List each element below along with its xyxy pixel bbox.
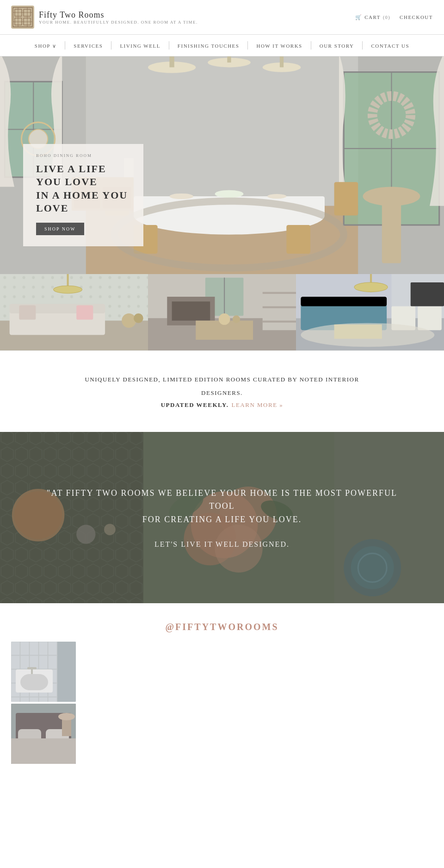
svg-rect-24: [169, 56, 174, 67]
svg-point-69: [219, 313, 230, 325]
quote-main-text: "AT FIFTY TWO ROOMS WE BELIEVE YOUR HOME…: [37, 487, 407, 526]
site-name: Fifty Two Rooms: [39, 10, 198, 20]
instagram-photo-1[interactable]: [11, 642, 76, 702]
thumbnail-3[interactable]: [296, 274, 444, 350]
learn-more-link[interactable]: LEARN MORE »: [231, 401, 283, 409]
svg-point-85: [354, 282, 388, 292]
svg-rect-74: [263, 321, 296, 323]
hero-title-line1: LIVE A LIFE YOU LOVE: [36, 163, 106, 188]
info-line2: DESIGNERS.: [37, 387, 407, 398]
svg-rect-56: [76, 306, 93, 320]
info-line1: UNIQUELY DESIGNED, LIMITED EDITION ROOMS…: [37, 374, 407, 385]
svg-rect-113: [57, 642, 76, 702]
svg-rect-28: [280, 56, 284, 67]
svg-rect-112: [27, 667, 37, 669]
svg-point-122: [58, 713, 75, 720]
svg-rect-26: [227, 56, 231, 62]
svg-rect-82: [418, 306, 442, 331]
site-header: Fifty Two Rooms YOUR HOME. BEAUTIFULLY D…: [0, 0, 444, 35]
logo-area[interactable]: Fifty Two Rooms YOUR HOME. BEAUTIFULLY D…: [11, 6, 198, 29]
instagram-photo-2[interactable]: [11, 704, 76, 764]
instagram-handle[interactable]: @FIFTYTWOROOMS: [11, 622, 433, 632]
nav-item-how-it-works[interactable]: HOW IT WORKS: [248, 41, 311, 50]
nav-item-services[interactable]: SERVICES: [65, 41, 111, 50]
svg-point-32: [215, 190, 244, 198]
svg-rect-35: [334, 182, 358, 215]
hero-section: BOHO DINING ROOM LIVE A LIFE YOU LOVE IN…: [0, 56, 444, 274]
quote-banner: "AT FIFTY TWO ROOMS WE BELIEVE YOUR HOME…: [0, 432, 444, 603]
svg-point-33: [267, 194, 286, 199]
cart-link[interactable]: 🛒 CART (0): [355, 14, 390, 20]
svg-rect-67: [172, 301, 210, 320]
svg-point-70: [233, 315, 240, 323]
updated-prefix: UPDATED WEEKLY.: [161, 401, 229, 409]
main-nav: SHOP ∨ SERVICES LIVING WELL FINISHING TO…: [0, 35, 444, 56]
instagram-section: @FIFTYTWOROOMS: [0, 603, 444, 773]
svg-point-87: [301, 323, 434, 347]
svg-point-31: [169, 194, 193, 199]
nav-item-finishing-touches[interactable]: FINISHING TOUCHES: [169, 41, 248, 50]
hero-title: LIVE A LIFE YOU LOVE IN A HOME YOU LOVE: [36, 162, 130, 215]
updated-line: UPDATED WEEKLY. LEARN MORE »: [37, 401, 407, 409]
svg-point-58: [54, 286, 82, 293]
thumbnail-1[interactable]: [0, 274, 148, 350]
site-tagline: YOUR HOME. BEAUTIFULLY DESIGNED. ONE ROO…: [39, 20, 198, 25]
hero-room-label: BOHO DINING ROOM: [36, 153, 130, 158]
thumbnail-2[interactable]: [148, 274, 296, 350]
nav-item-living-well[interactable]: LIVING WELL: [111, 41, 169, 50]
shop-now-button[interactable]: SHOP NOW: [36, 223, 84, 235]
svg-rect-72: [263, 292, 296, 294]
svg-rect-57: [67, 274, 69, 287]
logo-icon: [11, 6, 34, 29]
checkout-link[interactable]: CHECKOUT: [400, 14, 433, 20]
instagram-grid: [11, 642, 433, 764]
nav-item-our-story[interactable]: OUR STORY: [311, 41, 363, 50]
svg-rect-86: [411, 282, 444, 306]
svg-rect-37: [286, 225, 310, 254]
thumbnail-row: [0, 274, 444, 350]
svg-rect-110: [20, 674, 48, 690]
quote-sub-text: LET'S LIVE IT WELL DESIGNED.: [37, 540, 407, 549]
logo-text: Fifty Two Rooms YOUR HOME. BEAUTIFULLY D…: [39, 10, 198, 25]
hero-caption: BOHO DINING ROOM LIVE A LIFE YOU LOVE IN…: [23, 144, 143, 246]
nav-item-shop[interactable]: SHOP ∨: [26, 41, 65, 50]
svg-rect-80: [301, 297, 387, 306]
cart-count: (0): [383, 15, 390, 20]
svg-point-60: [134, 313, 143, 323]
svg-point-47: [363, 187, 420, 206]
nav-item-contact-us[interactable]: CONTACT US: [363, 41, 418, 50]
quote-content: "AT FIFTY TWO ROOMS WE BELIEVE YOUR HOME…: [0, 487, 444, 549]
hero-title-line2: IN A HOME YOU LOVE: [36, 189, 128, 214]
svg-point-59: [122, 313, 136, 328]
svg-rect-73: [263, 306, 296, 308]
cart-icon: 🛒: [355, 14, 363, 20]
svg-rect-120: [11, 738, 76, 764]
header-right: 🛒 CART (0) CHECKOUT: [355, 14, 433, 20]
cart-label: CART: [364, 14, 381, 20]
svg-rect-46: [382, 196, 401, 263]
svg-rect-55: [19, 306, 36, 320]
info-section: UNIQUELY DESIGNED, LIMITED EDITION ROOMS…: [0, 350, 444, 432]
